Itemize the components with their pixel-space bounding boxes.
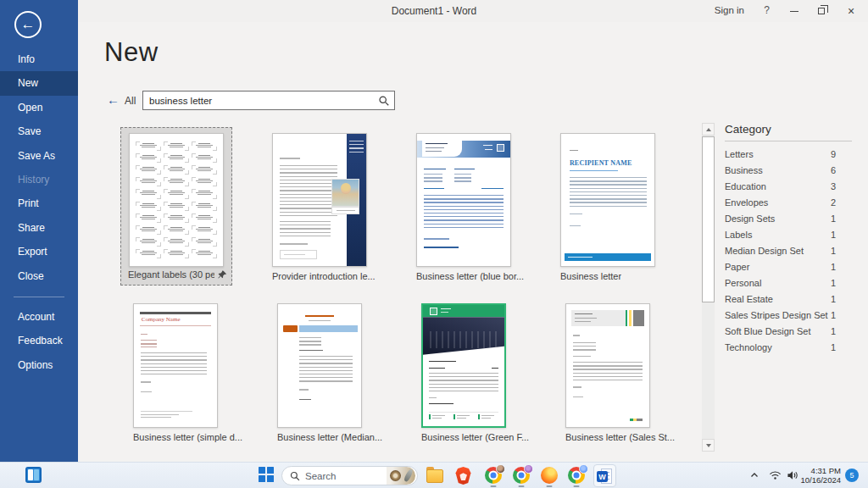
backstage-main: New ← All Elegant labels (30 per p... [78, 22, 868, 462]
sidebar-nav: InfoNewOpenSaveSave AsHistoryPrintShareE… [0, 47, 78, 377]
category-count: 1 [831, 230, 852, 240]
sidebar-item-new[interactable]: New [0, 71, 78, 95]
backstage-sidebar: ← InfoNewOpenSaveSave AsHistoryPrintShar… [0, 0, 78, 462]
taskbar-search[interactable]: Search [281, 466, 418, 485]
category-item-real-estate[interactable]: Real Estate1 [725, 291, 852, 307]
preview-stripes-logo [626, 310, 644, 326]
category-count: 1 [831, 310, 852, 320]
template-card-business-letter-median[interactable]: Business letter (Median... [277, 303, 362, 428]
template-thumbnail: RECIPIENT NAME [560, 133, 655, 267]
pin-icon[interactable] [218, 270, 227, 280]
firefox-icon[interactable] [541, 467, 558, 484]
template-card-business-letter-green-forest[interactable]: Business letter (Green F... [421, 303, 506, 428]
sidebar-item-feedback[interactable]: Feedback [0, 329, 78, 352]
category-item-median-design-set[interactable]: Median Design Set1 [725, 242, 852, 258]
template-card-business-letter[interactable]: RECIPIENT NAME Business letter [560, 133, 655, 267]
category-label: Technology [725, 342, 831, 352]
label-cell [136, 152, 161, 164]
clock[interactable]: 4:31 PM 10/16/2024 [795, 466, 841, 485]
template-card-business-letter-sales-stripes[interactable]: Business letter (Sales St... [565, 303, 650, 428]
sidebar-item-close[interactable]: Close [0, 264, 78, 288]
chrome-profile-avatar [579, 464, 588, 474]
start-button[interactable] [259, 467, 274, 482]
template-card-business-letter-blue-border[interactable]: Business letter (blue bor... [416, 133, 511, 267]
sign-in-button[interactable]: Sign in [715, 5, 744, 15]
label-cell [192, 213, 217, 224]
titlebar: Document1 - Word Sign in ? × [0, 0, 868, 22]
widgets-icon[interactable] [25, 467, 42, 483]
sidebar-item-account[interactable]: Account [0, 305, 78, 329]
category-list: Letters9Business6Education3Envelopes2Des… [725, 146, 852, 355]
category-label: Design Sets [725, 214, 831, 224]
minimize-button[interactable] [781, 0, 808, 22]
category-item-education[interactable]: Education3 [725, 178, 852, 194]
template-card-elegant-labels[interactable]: Elegant labels (30 per p... [120, 127, 232, 286]
template-label: Business letter (Sales St... [565, 432, 675, 442]
preview-recipient-name: RECIPIENT NAME [570, 159, 632, 167]
sidebar-item-save[interactable]: Save [0, 119, 78, 143]
close-button[interactable]: × [837, 0, 865, 22]
category-item-paper[interactable]: Paper1 [725, 258, 852, 274]
file-explorer-icon[interactable] [426, 469, 443, 483]
sidebar-item-history[interactable]: History [0, 168, 78, 191]
search-icon[interactable] [378, 95, 390, 107]
scrollbar-thumb[interactable] [702, 136, 715, 302]
category-item-business[interactable]: Business6 [725, 162, 852, 178]
category-item-soft-blue-design-set[interactable]: Soft Blue Design Set1 [725, 323, 852, 339]
label-cell [192, 152, 217, 164]
tray-chevron-up-icon[interactable] [749, 470, 760, 480]
sidebar-item-save-as[interactable]: Save As [0, 144, 78, 168]
wifi-icon[interactable] [769, 470, 782, 480]
scrollbar-up-button[interactable] [702, 123, 715, 136]
category-item-design-sets[interactable]: Design Sets1 [725, 210, 852, 226]
template-card-business-letter-simple[interactable]: Company Name Business letter (simple d..… [133, 303, 218, 428]
preview-green-band [423, 305, 504, 317]
template-card-provider-introduction[interactable]: Provider introduction le... [272, 133, 367, 267]
label-cell [136, 213, 161, 224]
category-item-letters[interactable]: Letters9 [725, 146, 852, 162]
triangle-up-icon [706, 128, 711, 131]
brave-browser-icon[interactable] [455, 467, 471, 485]
category-item-envelopes[interactable]: Envelopes2 [725, 194, 852, 210]
filter-back-arrow-icon[interactable]: ← [107, 92, 120, 107]
preview-city-photo [423, 317, 504, 354]
template-thumbnail: Company Name [133, 303, 218, 428]
sidebar-item-print[interactable]: Print [0, 191, 78, 215]
template-thumbnail [129, 133, 224, 267]
category-item-personal[interactable]: Personal1 [725, 274, 852, 291]
template-search-input[interactable] [143, 92, 394, 109]
template-scrollbar[interactable] [702, 123, 715, 452]
tray-time: 4:31 PM [795, 466, 841, 475]
chrome-profile-3-icon[interactable] [568, 467, 585, 484]
category-count: 1 [831, 246, 852, 256]
back-button[interactable]: ← [14, 11, 42, 38]
filter-all-link[interactable]: All [125, 95, 136, 107]
running-indicator [574, 485, 580, 488]
taskbar-search-label: Search [305, 471, 387, 481]
sidebar-item-export[interactable]: Export [0, 240, 78, 263]
chrome-profile-1-icon[interactable] [485, 467, 502, 484]
word-app-icon[interactable]: W [593, 464, 616, 487]
sidebar-item-options[interactable]: Options [0, 353, 78, 377]
sidebar-item-open[interactable]: Open [0, 96, 78, 119]
chrome-profile-2-icon[interactable] [513, 467, 530, 484]
preview-footer-columns [429, 412, 499, 421]
help-icon[interactable]: ? [764, 4, 770, 16]
category-label: Personal [725, 278, 831, 288]
notification-badge[interactable]: 5 [845, 469, 859, 482]
restore-button[interactable] [808, 0, 835, 22]
category-item-labels[interactable]: Labels1 [725, 226, 852, 242]
preview-footer-bar [565, 253, 650, 261]
category-item-technology[interactable]: Technology1 [725, 339, 852, 355]
template-label: Provider introduction le... [272, 271, 376, 281]
category-count: 1 [831, 214, 852, 224]
label-cell [164, 225, 189, 236]
preview-portrait-photo [331, 179, 359, 207]
template-label: Business letter (simple d... [133, 432, 242, 442]
category-item-sales-stripes-design-set[interactable]: Sales Stripes Design Set1 [725, 307, 852, 323]
scrollbar-down-button[interactable] [702, 439, 715, 452]
sidebar-item-share[interactable]: Share [0, 216, 78, 240]
category-label: Business [725, 165, 831, 175]
sidebar-item-info[interactable]: Info [0, 47, 78, 71]
template-label: Business letter [560, 271, 621, 281]
